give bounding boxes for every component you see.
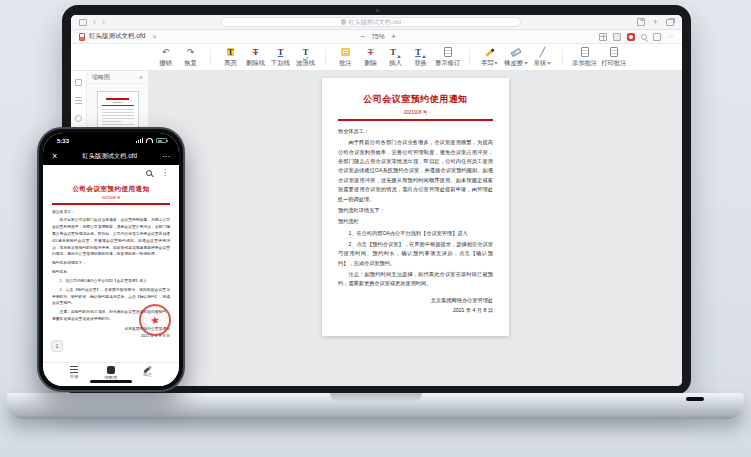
redo-button[interactable]: ↷ 恢复 bbox=[178, 47, 203, 68]
list-item: 1、在公司内部OA办公平台找到【会议室管理】进入 bbox=[52, 278, 170, 285]
replace-text-button[interactable]: T 替换 bbox=[408, 47, 433, 68]
comments-panel-icon[interactable] bbox=[75, 115, 82, 122]
tool-label: 形状 bbox=[534, 59, 547, 68]
grid-view-icon[interactable] bbox=[599, 33, 607, 41]
print-annotation-button[interactable]: 打印批注 bbox=[599, 47, 628, 68]
comment-button[interactable]: 批注 bbox=[333, 47, 358, 68]
tool-label: 添加批注 bbox=[572, 59, 597, 68]
toolbar-divider bbox=[325, 49, 326, 65]
red-header-rule bbox=[338, 119, 493, 121]
tool-label: 删除线 bbox=[246, 59, 265, 68]
tab-bar: 红头版测试文档.ofd × − 75% + ⋯ bbox=[71, 30, 682, 44]
list-item: 1、在公司内部OA办公平台找到【会议室管理】进入 bbox=[338, 229, 493, 238]
tool-label: 恢复 bbox=[184, 59, 197, 68]
annotate-tab[interactable]: 批注 bbox=[143, 368, 152, 377]
sidebar-toggle-icon[interactable] bbox=[79, 19, 87, 26]
more-options-icon[interactable]: ⋯ bbox=[162, 153, 170, 161]
search-icon[interactable] bbox=[146, 170, 152, 176]
tool-label: 插入 bbox=[389, 59, 402, 68]
collapse-panel-icon[interactable]: « bbox=[139, 74, 143, 81]
chevron-down-icon bbox=[547, 62, 551, 67]
paragraph: 由于目前公司各部门会议业务增多，会议室使用频繁，为提高公司会议室利用效率，完善公… bbox=[338, 138, 493, 204]
undo-button[interactable]: ↶ 撤销 bbox=[153, 47, 178, 68]
outline-tab[interactable]: 目录 bbox=[70, 366, 79, 379]
print-annotation-icon bbox=[610, 47, 618, 57]
paragraph: 由于目前公司各部门会议业务增多，会议室使用频繁，为提高公司会议室利用效率，完善公… bbox=[52, 217, 170, 258]
document-number: 2021008 号 bbox=[52, 196, 170, 200]
address-bar[interactable]: 红头版测试文档.ofd bbox=[221, 17, 521, 27]
undo-icon: ↶ bbox=[162, 47, 170, 58]
chevron-down-icon bbox=[524, 62, 528, 67]
underline-button[interactable]: T 下划线 bbox=[268, 47, 293, 68]
reader-view-icon[interactable] bbox=[613, 33, 621, 41]
handwrite-button[interactable]: 手写 bbox=[477, 47, 502, 68]
star-icon: ★ bbox=[149, 314, 160, 326]
zoom-in-button[interactable]: + bbox=[392, 33, 396, 40]
shapes-button[interactable]: ╱ 形状 bbox=[530, 47, 555, 68]
outline-icon[interactable] bbox=[75, 97, 82, 104]
page-security-icon bbox=[341, 19, 346, 25]
overflow-menu-icon[interactable]: ⋮ bbox=[161, 169, 169, 177]
search-icon[interactable] bbox=[641, 34, 647, 40]
document-page: 公司会议室预约使用通知 2021008 号 致全体员工： 由于目前公司各部门会议… bbox=[322, 78, 509, 336]
tool-label: 波浪线 bbox=[296, 59, 315, 68]
signature: 北京集团网络办公室管理处 bbox=[338, 296, 493, 306]
more-options-icon[interactable]: ⋯ bbox=[667, 33, 674, 40]
thumbnail-tab[interactable]: 缩略图 bbox=[104, 366, 117, 380]
webcam-dot bbox=[376, 9, 379, 12]
zoom-controls: − 75% + bbox=[157, 33, 599, 40]
delete-text-button[interactable]: T 删除 bbox=[358, 47, 383, 68]
seal-icon[interactable] bbox=[627, 33, 635, 41]
phone-doc-title: 红头版测试文档.ofd bbox=[57, 152, 162, 161]
outline-icon bbox=[70, 366, 78, 373]
toolbar-divider bbox=[210, 49, 211, 65]
share-icon[interactable] bbox=[637, 18, 645, 26]
phone-document-view[interactable]: 公司会议室预约使用通知 2021008 号 致全体员工： 由于目前公司各部门会议… bbox=[43, 180, 179, 362]
insert-text-icon: T bbox=[390, 48, 396, 57]
phone-screen: 5:33 × 红头版测试文档.ofd ⋯ ⋮ 公司会议室预约使 bbox=[43, 133, 179, 386]
tool-label: 批注 bbox=[339, 59, 352, 68]
tool-label: 手写 bbox=[481, 59, 494, 68]
paragraph: 预约流程详情见下： bbox=[338, 206, 493, 215]
thumbnail-panel-icon[interactable] bbox=[75, 79, 82, 86]
highlight-button[interactable]: T 高亮 bbox=[218, 47, 243, 68]
laptop-base-port bbox=[686, 397, 704, 401]
eraser-icon bbox=[511, 47, 522, 56]
salutation: 致全体员工： bbox=[52, 209, 170, 216]
date: 2021 年 4 月 8 日 bbox=[338, 306, 493, 316]
tool-label: 下划线 bbox=[271, 59, 290, 68]
document-tab-label: 红头版测试文档.ofd bbox=[89, 32, 145, 41]
window-icon[interactable] bbox=[653, 33, 661, 41]
document-tab[interactable]: 红头版测试文档.ofd × bbox=[79, 32, 157, 41]
home-indicator[interactable] bbox=[90, 380, 132, 383]
tabs-overview-icon[interactable] bbox=[666, 19, 674, 26]
tool-label: 撤销 bbox=[159, 59, 172, 68]
zoom-level: 75% bbox=[372, 33, 385, 40]
underline-icon: T bbox=[278, 48, 284, 57]
new-tab-icon[interactable]: + bbox=[653, 18, 658, 27]
list-item: 2、点击【预约会议室】，在界面中根据提示，选择相应会议室与使用时间、预约时长，确… bbox=[338, 240, 493, 268]
document-canvas[interactable]: 公司会议室预约使用通知 2021008 号 致全体员工： 由于目前公司各部门会议… bbox=[149, 71, 682, 386]
document-number: 2021008 号 bbox=[338, 110, 493, 115]
squiggly-underline-icon: T bbox=[303, 48, 309, 57]
redo-icon: ↷ bbox=[187, 47, 195, 58]
laptop-base bbox=[7, 393, 744, 419]
show-revisions-button[interactable]: 显示修订 bbox=[433, 47, 462, 68]
add-annotation-button[interactable]: 添加批注 bbox=[570, 47, 599, 68]
strikethrough-button[interactable]: T 删除线 bbox=[243, 47, 268, 68]
highlight-icon: T bbox=[227, 48, 235, 57]
eraser-button[interactable]: 橡皮擦 bbox=[502, 47, 530, 68]
browser-bar: ‹ › 红头版测试文档.ofd + bbox=[71, 15, 682, 30]
squiggly-button[interactable]: T 波浪线 bbox=[293, 47, 318, 68]
add-annotation-icon bbox=[581, 47, 589, 57]
back-icon[interactable]: ‹ bbox=[93, 18, 96, 27]
shapes-icon: ╱ bbox=[540, 47, 545, 58]
tool-label: 显示修订 bbox=[435, 59, 460, 68]
pencil-icon bbox=[485, 48, 495, 57]
zoom-out-button[interactable]: − bbox=[360, 33, 364, 40]
tool-label: 橡皮擦 bbox=[504, 59, 523, 68]
annotation-toolbar: ↶ 撤销 ↷ 恢复 T 高亮 T 删除线 T 下划线 bbox=[71, 44, 682, 71]
insert-text-button[interactable]: T 插入 bbox=[383, 47, 408, 68]
tool-label: 打印批注 bbox=[601, 59, 626, 68]
thumbnail-icon bbox=[107, 366, 115, 374]
